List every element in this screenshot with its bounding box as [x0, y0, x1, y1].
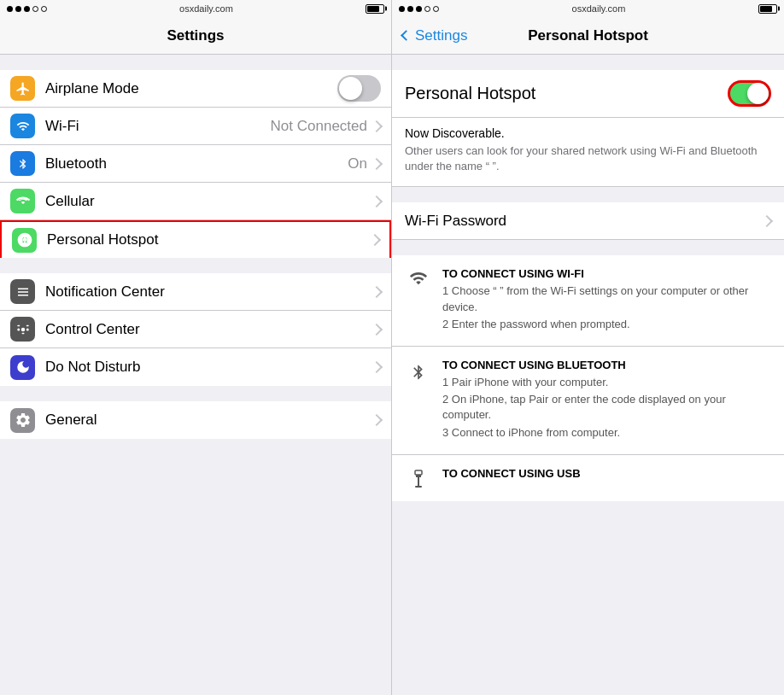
airplane-toggle[interactable] — [337, 75, 381, 102]
dot4 — [32, 6, 38, 12]
connect-bt-step2: 2 On iPhone, tap Pair or enter the code … — [442, 392, 771, 423]
left-nav-title: Settings — [167, 27, 224, 44]
bluetooth-value: On — [348, 155, 367, 172]
connect-usb-row: TO CONNECT USING USB — [392, 455, 784, 501]
row-hotspot[interactable]: Personal Hotspot — [0, 220, 391, 258]
right-gap-1 — [392, 55, 784, 70]
connect-bt-icon — [405, 359, 432, 384]
wifi-password-label: Wi-Fi Password — [405, 213, 763, 230]
control-label: Control Center — [45, 321, 372, 338]
right-battery-icon — [758, 4, 777, 14]
bt-connect-icon — [410, 360, 427, 384]
general-label: General — [45, 412, 372, 429]
row-general[interactable]: General — [0, 401, 391, 439]
r-dot2 — [407, 6, 413, 12]
connect-section: TO CONNECT USING WI-FI 1 Choose “ ” from… — [392, 255, 784, 500]
hotspot-toggle-row: Personal Hotspot — [392, 70, 784, 118]
right-nav-bar: Settings Personal Hotspot — [392, 17, 784, 55]
right-hotspot-label: Personal Hotspot — [405, 84, 728, 103]
right-battery-area — [758, 4, 777, 14]
svg-rect-7 — [416, 475, 421, 477]
row-notification[interactable]: Notification Center — [0, 273, 391, 311]
battery-area — [366, 4, 384, 14]
connect-wifi-row: TO CONNECT USING WI-FI 1 Choose “ ” from… — [392, 255, 784, 347]
left-nav-bar: Settings — [0, 17, 391, 55]
row-bluetooth[interactable]: Bluetooth On — [0, 145, 391, 183]
section-gap-3 — [0, 386, 391, 401]
wifi-password-chevron — [761, 215, 773, 227]
battery-icon — [366, 4, 384, 14]
row-control[interactable]: Control Center — [0, 311, 391, 348]
bluetooth-chevron — [371, 157, 383, 169]
back-button[interactable]: Settings — [402, 27, 467, 44]
svg-rect-8 — [418, 477, 419, 486]
connect-wifi-title: TO CONNECT USING WI-FI — [442, 267, 771, 280]
hotspot-icon-bg — [12, 228, 37, 253]
wifi-password-row[interactable]: Wi-Fi Password — [392, 202, 784, 240]
svg-rect-9 — [415, 486, 422, 488]
connect-bt-step3: 3 Connect to iPhone from computer. — [442, 425, 771, 441]
cellular-chevron — [371, 195, 383, 207]
wifi-connect-icon — [407, 269, 430, 288]
bluetooth-label: Bluetooth — [45, 155, 348, 172]
svg-rect-4 — [26, 324, 28, 326]
bluetooth-icon-bg — [10, 151, 35, 176]
r-dot1 — [399, 6, 405, 12]
section-general: General — [0, 401, 391, 439]
right-url: osxdaily.com — [572, 3, 626, 14]
wifi-chevron — [371, 120, 383, 131]
hotspot-toggle[interactable] — [728, 80, 771, 107]
left-panel: osxdaily.com Settings Airplane Mode — [0, 0, 392, 695]
notification-chevron — [371, 285, 383, 297]
cellular-icon — [15, 194, 31, 209]
airplane-icon — [15, 81, 31, 96]
section-system: Notification Center Control Center — [0, 273, 391, 386]
r-dot3 — [416, 6, 422, 12]
connect-bt-step1: 1 Pair iPhone with your computer. — [442, 375, 771, 390]
r-dot4 — [424, 6, 430, 12]
wifi-value: Not Connected — [271, 118, 367, 135]
hotspot-chevron — [369, 234, 381, 246]
discoverable-desc: Other users can look for your shared net… — [405, 143, 771, 174]
hotspot-label: Personal Hotspot — [47, 231, 371, 248]
settings-list: Airplane Mode Wi-Fi Not Connected — [0, 55, 391, 695]
right-battery-fill — [760, 6, 772, 12]
general-chevron — [371, 414, 383, 426]
connect-wifi-icon — [405, 267, 432, 288]
svg-point-1 — [17, 328, 20, 330]
section-gap-1 — [0, 55, 391, 70]
connect-usb-icon — [405, 467, 432, 489]
airplane-icon-bg — [10, 76, 35, 101]
dot1 — [7, 6, 13, 12]
row-wifi[interactable]: Wi-Fi Not Connected — [0, 108, 391, 145]
row-airplane[interactable]: Airplane Mode — [0, 70, 391, 108]
svg-point-0 — [20, 327, 25, 331]
dnd-label: Do Not Disturb — [45, 359, 372, 376]
usb-connect-icon — [408, 469, 429, 489]
notification-icon-bg — [10, 279, 35, 304]
row-dnd[interactable]: Do Not Disturb — [0, 348, 391, 386]
cellular-label: Cellular — [45, 193, 372, 210]
row-cellular[interactable]: Cellular — [0, 183, 391, 220]
section-gap-2 — [0, 258, 391, 273]
right-status-bar: osxdaily.com — [392, 0, 784, 17]
connect-bt-title: TO CONNECT USING BLUETOOTH — [442, 359, 771, 371]
right-panel: osxdaily.com Settings Personal Hotspot P… — [392, 0, 784, 695]
back-chevron-icon — [401, 30, 412, 41]
connect-bt-text: TO CONNECT USING BLUETOOTH 1 Pair iPhone… — [442, 359, 771, 442]
left-status-bar: osxdaily.com — [0, 0, 391, 17]
discoverable-title: Now Discoverable. — [405, 126, 771, 140]
wifi-icon — [15, 120, 31, 133]
connect-wifi-text: TO CONNECT USING WI-FI 1 Choose “ ” from… — [442, 267, 771, 334]
right-content: Personal Hotspot Now Discoverable. Other… — [392, 55, 784, 695]
right-nav-title: Personal Hotspot — [528, 27, 648, 44]
r-dot5 — [433, 6, 439, 12]
svg-rect-3 — [17, 324, 20, 326]
dnd-chevron — [371, 361, 383, 373]
bluetooth-icon — [17, 156, 29, 172]
dot3 — [24, 6, 30, 12]
moon-icon — [15, 359, 31, 375]
control-chevron — [371, 323, 383, 335]
dnd-icon-bg — [10, 355, 35, 380]
dot5 — [41, 6, 47, 12]
